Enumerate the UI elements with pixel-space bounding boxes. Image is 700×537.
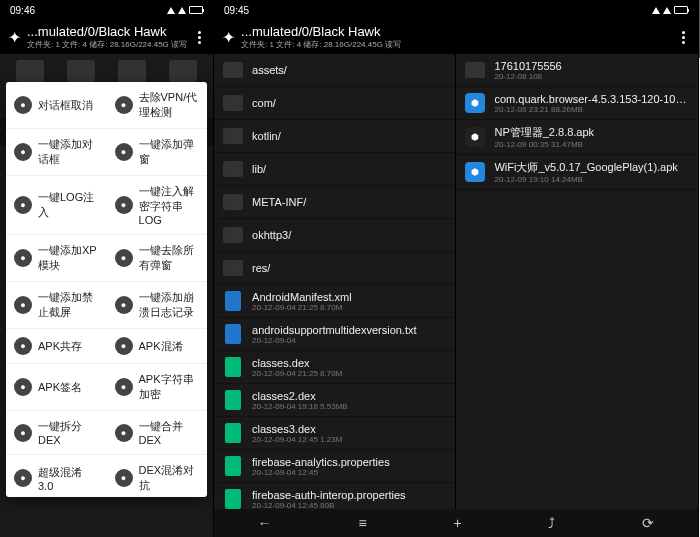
menu-item-label: 一键合并DEX — [139, 419, 200, 446]
menu-item[interactable]: ●APK混淆 — [107, 329, 208, 364]
panel-1: 09:46 ✦ ...mulated/0/Black Hawk 文件夹: 1 文… — [0, 0, 214, 537]
folder-icon — [223, 95, 243, 111]
refresh-button[interactable]: ⟳ — [642, 515, 654, 531]
menu-item-icon: ● — [115, 196, 133, 214]
file-icon — [225, 456, 241, 476]
menu-item-label: 一键LOG注入 — [38, 190, 99, 220]
add-button[interactable]: + — [453, 515, 461, 531]
file-row[interactable]: kotlin/ — [214, 120, 455, 153]
wifi-icon — [663, 7, 671, 14]
file-row[interactable]: ⬢com.quark.browser-4.5.3.153-120-104941.… — [456, 87, 697, 120]
menu-item-icon: ● — [115, 96, 133, 114]
clock: 09:45 — [224, 5, 249, 16]
menu-item-label: APK混淆 — [139, 339, 183, 354]
xml-file-icon — [225, 291, 241, 311]
file-row[interactable]: assets/ — [214, 54, 455, 87]
file-meta: 20-12-09-04 12:45 1.23M — [252, 435, 447, 444]
menu-item-icon: ● — [115, 378, 133, 396]
file-name: classes3.dex — [252, 423, 447, 435]
menu-item[interactable]: ●APK共存 — [6, 329, 107, 364]
file-icon — [225, 423, 241, 443]
menu-item[interactable]: ●APK签名 — [6, 364, 107, 411]
more-icon[interactable] — [193, 31, 205, 44]
wifi-icon — [178, 7, 186, 14]
appbar-title: ...mulated/0/Black Hawk — [27, 24, 187, 39]
file-row[interactable]: ⬢NP管理器_2.8.8.apk20-12-09 00:35 31.47MB — [456, 120, 697, 155]
appbar-subtitle: 文件夹: 1 文件: 4 储存: 28.16G/224.45G 读写 — [27, 39, 187, 50]
file-name: classes.dex — [252, 357, 447, 369]
menu-item[interactable]: ●一键去除所有弹窗 — [107, 235, 208, 282]
menu-item-icon: ● — [14, 337, 32, 355]
apk-icon: ⬢ — [465, 162, 485, 182]
menu-button[interactable]: ≡ — [358, 515, 366, 531]
file-meta: 20-12-08 23:21 88.26MB — [494, 105, 689, 114]
menu-item[interactable]: ●一键合并DEX — [107, 411, 208, 455]
file-row[interactable]: classes3.dex20-12-09-04 12:45 1.23M — [214, 417, 455, 450]
menu-item[interactable]: ●对话框取消 — [6, 82, 107, 129]
menu-item[interactable]: ●一键添加崩溃日志记录 — [107, 282, 208, 329]
menu-item[interactable]: ●超级混淆 3.0 — [6, 455, 107, 497]
menu-item-icon: ● — [14, 424, 32, 442]
xml-file-icon — [225, 324, 241, 344]
menu-item-label: 一键拆分DEX — [38, 419, 99, 446]
file-meta: 20-12-09-04 — [252, 336, 447, 345]
bookmark-icon[interactable]: ✦ — [222, 28, 235, 47]
file-name: firebase-analytics.properties — [252, 456, 447, 468]
menu-item[interactable]: ●DEX混淆对抗 — [107, 455, 208, 497]
menu-item-icon: ● — [14, 96, 32, 114]
menu-item[interactable]: ●一键注入解密字符串LOG — [107, 176, 208, 235]
file-row[interactable]: com/ — [214, 87, 455, 120]
share-button[interactable]: ⤴ — [548, 515, 555, 531]
panel-2: 09:45 ✦ ...mulated/0/Black Hawk 文件夹: 1 文… — [214, 0, 699, 537]
file-row[interactable]: classes2.dex20-12-09-04 19:18 5.53MB — [214, 384, 455, 417]
status-icons — [167, 6, 203, 14]
menu-item[interactable]: ●一键添加禁止截屏 — [6, 282, 107, 329]
signal-icon — [652, 7, 660, 14]
status-icons — [652, 6, 688, 14]
file-meta: 20-12-09-04 21:25 8.70M — [252, 303, 447, 312]
folder-icon — [223, 227, 243, 243]
menu-item-label: APK字符串加密 — [139, 372, 200, 402]
menu-item-icon: ● — [14, 143, 32, 161]
menu-item[interactable]: ●APK字符串加密 — [107, 364, 208, 411]
file-name: com/ — [252, 97, 447, 109]
file-list-left[interactable]: assets/com/kotlin/lib/META-INF/okhttp3/r… — [214, 54, 456, 509]
file-row[interactable]: ⬢WiFi大师_v5.0.17_GooglePlay(1).apk20-12-0… — [456, 155, 697, 190]
file-row[interactable]: res/ — [214, 252, 455, 285]
file-row[interactable]: classes.dex20-12-09-04 21:25 8.70M — [214, 351, 455, 384]
file-name: AndroidManifest.xml — [252, 291, 447, 303]
back-button[interactable]: ← — [258, 515, 272, 531]
menu-item-icon: ● — [14, 378, 32, 396]
file-row[interactable]: AndroidManifest.xml20-12-09-04 21:25 8.7… — [214, 285, 455, 318]
file-row[interactable]: firebase-auth-interop.properties20-12-09… — [214, 483, 455, 509]
menu-item[interactable]: ●一键添加对话框 — [6, 129, 107, 176]
statusbar-1: 09:46 — [0, 0, 213, 20]
folder-icon — [223, 62, 243, 78]
file-name: androidsupportmultidexversion.txt — [252, 324, 447, 336]
menu-item-label: APK共存 — [38, 339, 82, 354]
menu-item[interactable]: ●一键添加弹窗 — [107, 129, 208, 176]
menu-item[interactable]: ●一键拆分DEX — [6, 411, 107, 455]
file-row[interactable]: 1761017555620-12-08 108 — [456, 54, 697, 87]
folder-icon — [223, 260, 243, 276]
file-row[interactable]: lib/ — [214, 153, 455, 186]
appbar-subtitle: 文件夹: 1 文件: 4 储存: 28.16G/224.45G 读写 — [241, 39, 672, 50]
file-name: NP管理器_2.8.8.apk — [494, 125, 689, 140]
file-name: firebase-auth-interop.properties — [252, 489, 447, 501]
menu-item[interactable]: ●一键添加XP模块 — [6, 235, 107, 282]
file-row[interactable]: okhttp3/ — [214, 219, 455, 252]
file-meta: 20-12-09-04 12:45 — [252, 468, 447, 477]
file-icon — [225, 357, 241, 377]
file-row[interactable]: META-INF/ — [214, 186, 455, 219]
menu-item[interactable]: ●去除VPN/代理检测 — [107, 82, 208, 129]
menu-item[interactable]: ●一键LOG注入 — [6, 176, 107, 235]
bg-folder — [109, 60, 156, 84]
file-list-right[interactable]: 1761017555620-12-08 108⬢com.quark.browse… — [456, 54, 697, 509]
more-icon[interactable] — [678, 31, 690, 44]
apk-icon: ⬢ — [465, 127, 485, 147]
menu-item-label: 一键添加崩溃日志记录 — [139, 290, 200, 320]
appbar-title: ...mulated/0/Black Hawk — [241, 24, 672, 39]
file-row[interactable]: androidsupportmultidexversion.txt20-12-0… — [214, 318, 455, 351]
bookmark-icon[interactable]: ✦ — [8, 28, 21, 47]
file-row[interactable]: firebase-analytics.properties20-12-09-04… — [214, 450, 455, 483]
